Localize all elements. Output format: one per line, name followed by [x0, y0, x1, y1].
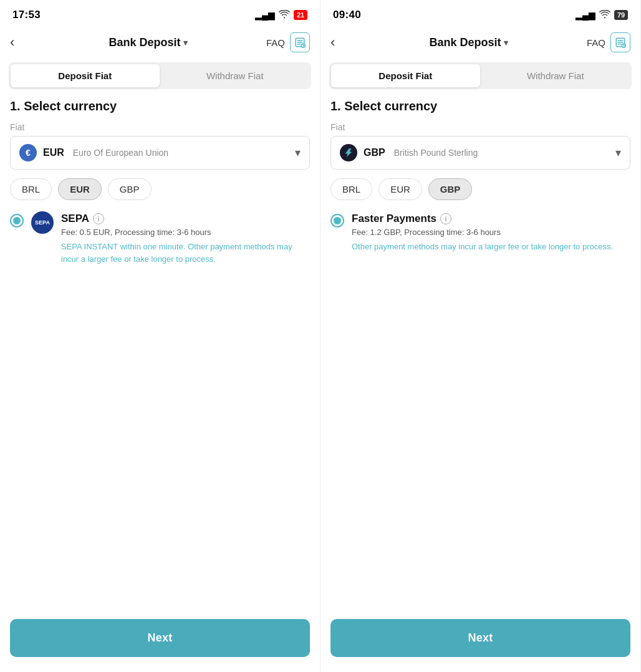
- nav-bar-right: ‹ Bank Deposit ▾ FAQ: [320, 27, 640, 60]
- back-button-left[interactable]: ‹: [10, 34, 30, 50]
- gbp-currency-icon: [340, 144, 357, 161]
- quick-btn-brl-right[interactable]: BRL: [330, 178, 372, 200]
- quick-btn-gbp-right[interactable]: GBP: [428, 178, 473, 200]
- wifi-icon-right: [599, 10, 610, 21]
- quick-select-left: BRL EUR GBP: [10, 178, 310, 200]
- quick-btn-eur-right[interactable]: EUR: [378, 178, 422, 200]
- svg-marker-14: [345, 148, 352, 157]
- payment-note-left: SEPA INSTANT within one minute. Other pa…: [61, 241, 310, 265]
- status-bar-right: 09:40 ▂▄▆ 79: [320, 0, 640, 27]
- currency-name-right: British Pound Sterling: [394, 148, 478, 158]
- payment-fee-left: Fee: 0.5 EUR, Processing time: 3-6 hours: [61, 228, 310, 237]
- battery-icon-left: 21: [294, 10, 307, 20]
- tab-deposit-left[interactable]: Deposit Fiat: [11, 64, 160, 87]
- status-time-left: 17:53: [12, 9, 41, 21]
- faq-link-left[interactable]: FAQ: [266, 37, 285, 48]
- nav-title-left: Bank Deposit ▾: [108, 36, 187, 49]
- history-icon-right[interactable]: [610, 32, 630, 52]
- field-label-left: Fiat: [10, 122, 310, 132]
- payment-method-right: Faster Payments i Fee: 1.2 GBP, Processi…: [330, 213, 630, 253]
- status-icons-left: ▂▄▆ 21: [255, 10, 307, 21]
- nav-title-arrow-right[interactable]: ▾: [504, 38, 508, 47]
- right-panel: 09:40 ▂▄▆ 79 ‹ Bank Deposit ▾ FAQ: [320, 0, 641, 672]
- nav-title-arrow-left[interactable]: ▾: [183, 38, 188, 47]
- signal-icon-right: ▂▄▆: [576, 10, 595, 20]
- payment-name-left: SEPA i: [61, 213, 310, 225]
- next-button-right[interactable]: Next: [330, 619, 630, 657]
- section-title-left: 1. Select currency: [10, 99, 310, 113]
- quick-btn-brl-left[interactable]: BRL: [10, 178, 52, 200]
- radio-sepa[interactable]: [10, 214, 24, 228]
- nav-title-right: Bank Deposit ▾: [429, 36, 508, 49]
- next-button-left[interactable]: Next: [10, 619, 310, 657]
- sepa-logo-icon: SEPA: [31, 211, 54, 234]
- currency-selector-right[interactable]: GBP British Pound Sterling ▾: [330, 136, 630, 170]
- bottom-btn-area-left: Next: [0, 619, 320, 672]
- history-icon-left[interactable]: [290, 32, 310, 52]
- currency-code-right: GBP: [364, 147, 385, 158]
- quick-select-right: BRL EUR GBP: [330, 178, 630, 200]
- radio-faster[interactable]: [330, 214, 344, 228]
- status-bar-left: 17:53 ▂▄▆ 21: [0, 0, 320, 27]
- payment-note-right: Other payment methods may incur a larger…: [352, 241, 630, 253]
- info-icon-right[interactable]: i: [440, 213, 451, 224]
- tab-withdraw-left[interactable]: Withdraw Fiat: [161, 64, 310, 87]
- tab-deposit-right[interactable]: Deposit Fiat: [331, 64, 480, 87]
- status-icons-right: ▂▄▆ 79: [576, 10, 628, 21]
- signal-icon-left: ▂▄▆: [255, 10, 275, 20]
- quick-btn-gbp-left[interactable]: GBP: [108, 178, 152, 200]
- back-button-right[interactable]: ‹: [330, 34, 350, 50]
- content-left: 1. Select currency Fiat € EUR Euro Of Eu…: [0, 99, 320, 619]
- info-icon-left[interactable]: i: [93, 213, 104, 224]
- eur-currency-icon: €: [19, 144, 37, 161]
- bottom-btn-area-right: Next: [320, 619, 640, 672]
- left-panel: 17:53 ▂▄▆ 21 ‹ Bank Deposit ▾ FAQ: [0, 0, 320, 672]
- payment-name-right: Faster Payments i: [352, 213, 630, 225]
- tab-container-left: Deposit Fiat Withdraw Fiat: [9, 62, 311, 89]
- tab-container-right: Deposit Fiat Withdraw Fiat: [329, 62, 632, 89]
- nav-actions-left: FAQ: [266, 32, 310, 52]
- currency-name-left: Euro Of European Union: [73, 148, 168, 158]
- currency-code-left: EUR: [43, 147, 64, 158]
- radio-inner-sepa: [13, 217, 21, 224]
- wifi-icon-left: [279, 10, 290, 21]
- chevron-down-right: ▾: [615, 146, 621, 160]
- quick-btn-eur-left[interactable]: EUR: [58, 178, 102, 200]
- payment-method-left: SEPA SEPA i Fee: 0.5 EUR, Processing tim…: [10, 213, 310, 265]
- status-time-right: 09:40: [333, 9, 361, 21]
- currency-selector-left[interactable]: € EUR Euro Of European Union ▾: [10, 136, 310, 170]
- section-title-right: 1. Select currency: [330, 99, 630, 113]
- chevron-down-left: ▾: [295, 146, 301, 160]
- faq-link-right[interactable]: FAQ: [587, 37, 605, 48]
- radio-inner-faster: [334, 217, 341, 224]
- nav-bar-left: ‹ Bank Deposit ▾ FAQ: [0, 27, 320, 60]
- payment-fee-right: Fee: 1.2 GBP, Processing time: 3-6 hours: [352, 228, 630, 237]
- content-right: 1. Select currency Fiat GBP British Poun…: [320, 99, 640, 619]
- tab-withdraw-right[interactable]: Withdraw Fiat: [481, 64, 630, 87]
- nav-actions-right: FAQ: [587, 32, 630, 52]
- field-label-right: Fiat: [330, 122, 630, 132]
- battery-icon-right: 79: [614, 10, 628, 20]
